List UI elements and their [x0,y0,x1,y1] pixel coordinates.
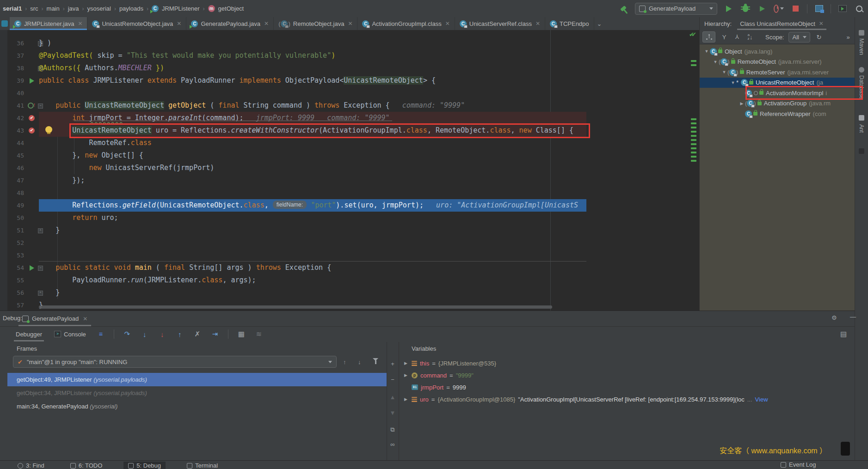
inspection-status-icon[interactable]: ✔✔ [689,31,699,38]
trace-settings-icon[interactable]: ≋ [254,330,264,338]
code-line-47[interactable]: 47 }); [7,174,699,187]
intention-bulb-icon[interactable] [45,126,52,133]
vcs-change-mark[interactable] [691,139,696,141]
close-icon[interactable]: ✕ [445,20,450,27]
breadcrumb-item-serial1[interactable]: serial1 [3,5,22,12]
code-line-42[interactable]: 42✔ int jrmpPort = Integer.parseInt(comm… [7,112,699,124]
close-icon[interactable]: ✕ [78,20,82,27]
expand-toggle-icon[interactable]: ▼ [712,60,719,64]
run-configuration-select[interactable]: GeneratePayload [635,3,717,15]
scope-select[interactable]: All [788,32,810,43]
hidden-tabs-chevron-icon[interactable]: ⌄ [597,20,602,27]
step-out-icon[interactable]: ↑ [175,330,185,338]
expand-toggle-icon[interactable]: ▼ [703,49,710,54]
code-editor[interactable]: 36^} )37@PayloadTest( skip = "This test … [7,30,699,311]
close-icon[interactable]: ✕ [264,20,269,27]
hierarchy-node-ActivationGroup[interactable]: ▶(C)ActivationGroup(java.rm [700,98,855,109]
run-to-cursor-icon[interactable]: ⇥ [210,330,220,338]
view-value-link[interactable]: View [755,396,768,403]
subtypes-hierarchy-icon[interactable]: Y [733,32,741,42]
variable-row-jrmpPort[interactable]: 01jrmpPort=9999 [399,381,855,393]
vcs-change-mark[interactable] [691,122,696,124]
step-into-icon[interactable]: ↓ [140,330,149,338]
vcs-change-mark[interactable] [691,60,696,62]
thread-dropdown[interactable]: ✔ "main"@1 in group "main": RUNNING [13,356,337,368]
frame-up-icon[interactable]: ↑ [343,359,346,365]
code-line-52[interactable]: 52 [7,237,699,249]
supertypes-hierarchy-icon[interactable]: Y [720,32,728,42]
vcs-change-mark[interactable] [691,143,696,145]
refresh-icon[interactable]: ↻ [815,32,823,42]
minimize-icon[interactable]: — [850,313,856,320]
hierarchy-node-ReferenceWrapper[interactable]: CReferenceWrapper(com [700,109,855,119]
code-line-49[interactable]: 49 Reflections.getField(UnicastRemoteObj… [7,199,699,212]
code-line-51[interactable]: 51^ } [7,224,699,237]
breakpoint-icon[interactable]: ✔ [29,128,35,134]
close-icon[interactable]: ✕ [536,20,540,27]
search-everywhere-button[interactable] [854,4,864,14]
code-line-46[interactable]: 46 new UnicastServerRef(jrmpPort) [7,162,699,174]
vcs-change-mark[interactable] [691,156,696,158]
breakpoint-icon[interactable]: ✔ [29,115,35,121]
editor-tab-UnicastServerRef.class[interactable]: CUnicastServerRef.class✕ [455,17,545,30]
move-down-icon[interactable]: ▼ [387,409,399,416]
statusbar-item-6: TODO[interactable]: 6: TODO [66,462,107,469]
run-button[interactable] [724,4,734,14]
stop-button[interactable] [790,4,800,14]
step-over-icon[interactable]: ↷ [123,330,132,338]
frame-row-3[interactable]: main:34, GeneratePayload (ysoserial) [7,400,387,413]
tool-stripe-database[interactable]: Database [858,75,865,99]
code-line-56[interactable]: 56^ } [7,286,699,299]
editor-tab-JRMPListener.java[interactable]: CJRMPListener.java✕ [10,17,87,30]
breadcrumb-item-JRMPListener[interactable]: JRMPListener [162,5,200,12]
code-line-43[interactable]: 43✔ UnicastRemoteObject uro = Reflection… [7,124,699,137]
frame-row-1[interactable]: getObject:49, JRMPListener (ysoserial.pa… [7,373,387,386]
hierarchy-node-RemoteObject[interactable]: ▼(C)RemoteObject(java.rmi.server) [700,57,855,67]
breadcrumb-item-getObject[interactable]: getObject [218,5,244,12]
editor-horizontal-scrollbar[interactable] [39,305,552,309]
breadcrumb-item-ysoserial[interactable]: ysoserial [87,5,111,12]
expand-icon[interactable]: ▶ [404,397,409,402]
editor-tab-ActivationGroupImpl.class[interactable]: CActivationGroupImpl.class✕ [357,17,455,30]
hierarchy-node-Object[interactable]: ▼CObject(java.lang) [700,46,855,56]
code-line-44[interactable]: 44 RemoteRef.class [7,137,699,149]
debug-button[interactable] [740,4,751,14]
code-line-45[interactable]: 45 }, new Object[] { [7,149,699,162]
code-line-38[interactable]: 38^@Authors({ Authors.MBECHLER }) [7,62,699,74]
vcs-change-mark[interactable] [691,135,696,137]
close-icon[interactable]: ✕ [177,20,181,27]
vcs-change-mark[interactable] [691,131,696,133]
code-line-41[interactable]: 41− public UnicastRemoteObject getObject… [7,99,699,112]
vcs-change-mark[interactable] [691,147,696,149]
editor-tab-GeneratePayload.java[interactable]: CGeneratePayload.java✕ [186,17,274,30]
run-anything-button[interactable] [837,4,848,14]
vcs-change-mark[interactable] [691,64,696,66]
restore-layout-icon[interactable] [814,4,824,14]
editor-tab-TCPEndpo[interactable]: CTCPEndpo [545,17,594,30]
code-line-50[interactable]: 50 return uro; [7,212,699,224]
editor-tab-UnicastRemoteObject.java[interactable]: CUnicastRemoteObject.java✕ [87,17,186,30]
code-line-55[interactable]: 55 PayloadRunner.run(JRMPListener.class,… [7,274,699,286]
tool-stripe-extra-icon[interactable] [859,148,864,154]
breadcrumb-item-main[interactable]: main [47,5,60,12]
code-line-40[interactable]: 40 [7,87,699,99]
code-line-36[interactable]: 36^} ) [7,37,699,49]
event-log-button[interactable]: Event Log [781,461,816,468]
expand-toggle-icon[interactable]: ▶ [739,101,745,106]
remove-watch-icon[interactable]: − [387,376,399,383]
duplicate-watch-icon[interactable]: ⧉ [387,426,399,433]
tool-stripe-ant[interactable]: Ant [858,124,865,133]
code-line-53[interactable]: 53 [7,249,699,262]
show-return-values-icon[interactable]: ∞ [387,441,399,448]
variable-row-uro[interactable]: ▶uro={ActivationGroupImpl@1085} "Activat… [399,393,855,405]
code-line-37[interactable]: 37@PayloadTest( skip = "This test would … [7,49,699,62]
code-line-57[interactable]: 57} [7,299,699,311]
close-icon[interactable]: ✕ [819,20,824,27]
statusbar-item-Terminal[interactable]: Terminal [182,462,222,469]
layout-settings-icon[interactable]: ▤ [839,330,848,338]
expand-icon[interactable]: ▶ [404,373,409,378]
hierarchy-tab[interactable]: Class UnicastRemoteObject ✕ [737,17,826,30]
close-icon[interactable]: ✕ [83,316,87,322]
move-up-icon[interactable]: ▲ [387,394,399,401]
run-with-coverage-button[interactable] [757,4,767,14]
